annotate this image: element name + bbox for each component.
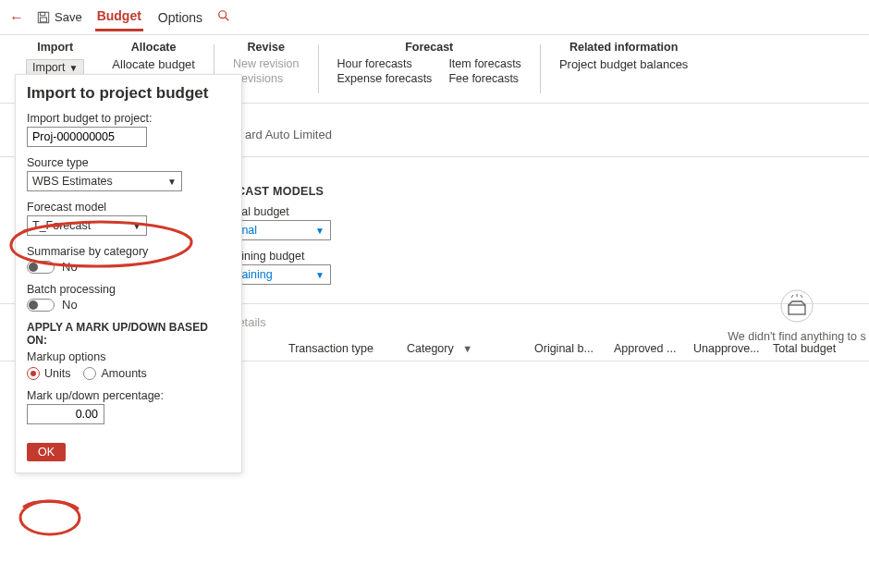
chevron-down-icon: ▼ (315, 270, 324, 280)
col-unapproved[interactable]: Unapprove... (693, 342, 765, 355)
radio-amounts[interactable]: Amounts (83, 367, 146, 380)
new-revision-link[interactable]: New revision (233, 57, 300, 70)
batch-label: Batch processing (27, 283, 230, 296)
percent-label: Mark up/down percentage: (27, 389, 230, 402)
forecast-model-value: T_Forecast (32, 219, 91, 232)
summarise-toggle[interactable] (27, 261, 55, 274)
expense-forecasts-link[interactable]: Expense forecasts (337, 72, 433, 85)
svg-line-7 (791, 295, 793, 298)
empty-state-text: We didn't find anything to s (723, 330, 869, 343)
col-transaction-type[interactable]: Transaction type (288, 342, 399, 355)
save-button[interactable]: Save (37, 10, 82, 24)
original-budget-label: Original budget (211, 205, 869, 218)
project-id-input[interactable] (27, 127, 147, 147)
ribbon-separator (318, 44, 319, 93)
tab-options[interactable]: Options (156, 5, 204, 31)
panel-title: Import to project budget (27, 84, 230, 103)
percent-input[interactable] (27, 404, 104, 424)
markup-options-label: Markup options (27, 350, 230, 363)
hour-forecasts-link[interactable]: Hour forecasts (337, 57, 433, 70)
chevron-down-icon: ▼ (132, 221, 141, 231)
summarise-label: Summarise by category (27, 245, 230, 258)
import-panel: Import to project budget Import budget t… (15, 74, 242, 473)
project-name-fragment: ard Auto Limited (245, 128, 332, 141)
forecast-models-heading: ORECAST MODELS (211, 185, 869, 198)
forecast-model-select[interactable]: T_Forecast ▼ (27, 215, 147, 236)
save-icon (37, 11, 50, 24)
markup-heading: APPLY A MARK UP/DOWN BASED ON: (27, 321, 230, 347)
ribbon-group-related: Related information Project budget balan… (550, 41, 697, 103)
col-category-label: Category (407, 342, 454, 355)
allocate-budget-link[interactable]: Allocate budget (112, 57, 195, 71)
empty-box-icon (778, 289, 815, 323)
col-category[interactable]: Category ▼ (407, 342, 527, 355)
save-label: Save (55, 10, 82, 24)
project-budget-balances-link[interactable]: Project budget balances (559, 57, 688, 71)
revisions-link[interactable]: Revisions (233, 72, 300, 85)
search-icon[interactable] (217, 9, 230, 25)
ribbon-title-allocate: Allocate (112, 41, 195, 54)
radio-units-label: Units (44, 367, 70, 380)
radio-amounts-label: Amounts (101, 367, 146, 380)
source-type-select[interactable]: WBS Estimates ▼ (27, 171, 182, 191)
annotation-ok-circle (15, 497, 87, 540)
svg-rect-6 (789, 305, 805, 314)
svg-point-10 (20, 501, 80, 534)
forecast-model-label: Forecast model (27, 201, 230, 214)
batch-toggle[interactable] (27, 299, 55, 312)
ribbon-title-import: Import (26, 41, 84, 54)
ok-button[interactable]: OK (27, 443, 66, 461)
chevron-down-icon: ▼ (68, 63, 78, 73)
radio-units[interactable]: Units (27, 367, 70, 380)
col-total[interactable]: Total budget (773, 342, 856, 355)
fee-forecasts-link[interactable]: Fee forecasts (448, 72, 521, 85)
ribbon-group-forecast: Forecast Hour forecasts Expense forecast… (328, 41, 531, 103)
col-original[interactable]: Original b... (534, 342, 606, 355)
item-forecasts-link[interactable]: Item forecasts (448, 57, 521, 70)
remaining-budget-label: Remaining budget (211, 250, 869, 263)
source-type-value: WBS Estimates (32, 175, 113, 188)
filter-icon[interactable]: ▼ (462, 343, 472, 354)
svg-rect-1 (41, 12, 45, 16)
empty-state: We didn't find anything to s (723, 289, 869, 343)
top-toolbar: ← Save Budget Options (0, 0, 869, 35)
import-chip-label: Import (32, 61, 65, 74)
chevron-down-icon: ▼ (167, 177, 177, 187)
source-type-label: Source type (27, 156, 230, 169)
ribbon-title-related: Related information (559, 41, 688, 54)
svg-rect-2 (41, 18, 47, 22)
ribbon-separator (540, 44, 541, 93)
svg-line-9 (801, 295, 802, 298)
chevron-down-icon: ▼ (315, 226, 324, 236)
batch-value: No (62, 298, 78, 312)
svg-line-4 (226, 18, 229, 21)
back-button[interactable]: ← (9, 9, 24, 26)
svg-point-3 (219, 11, 226, 18)
ribbon-title-revise: Revise (233, 41, 300, 54)
col-approved[interactable]: Approved ... (614, 342, 686, 355)
tab-budget[interactable]: Budget (95, 3, 143, 31)
summarise-value: No (62, 260, 78, 274)
ribbon-title-forecast: Forecast (337, 41, 521, 54)
import-to-label: Import budget to project: (27, 112, 230, 125)
